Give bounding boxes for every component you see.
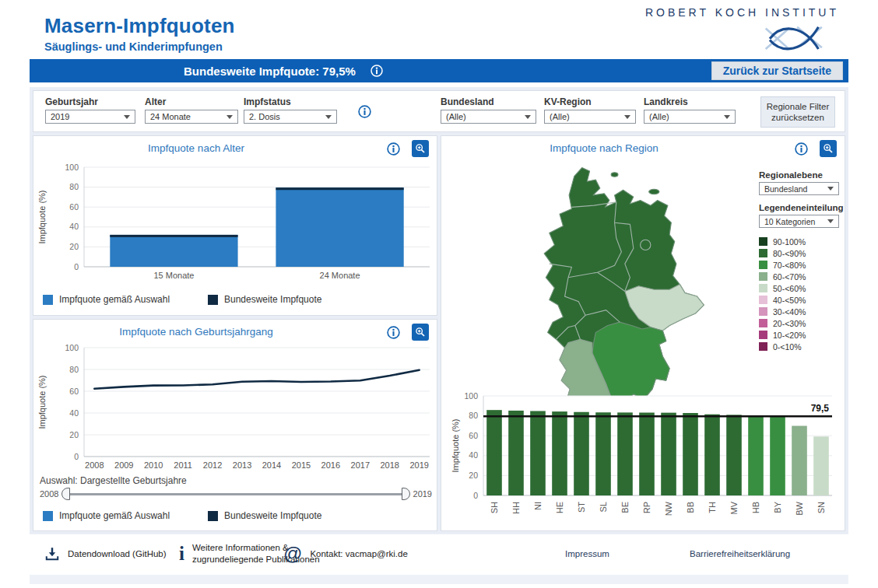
chevron-down-icon xyxy=(724,115,730,119)
legend-swatch-national xyxy=(208,511,218,521)
map-legend-swatch xyxy=(759,249,767,257)
legend-swatch-selection xyxy=(43,295,53,305)
svg-text:2010: 2010 xyxy=(144,460,163,470)
at-icon: @ xyxy=(283,543,302,565)
svg-text:15 Monate: 15 Monate xyxy=(153,271,194,280)
filter-landkreis-select[interactable]: (Alle) xyxy=(644,110,736,124)
filter-kv-region-select[interactable]: (Alle) xyxy=(544,110,636,124)
germany-map[interactable] xyxy=(463,163,732,396)
info-icon[interactable] xyxy=(386,142,401,156)
cohort-line-chart: 020406080100Impfquote (%)200820092010201… xyxy=(34,343,436,474)
filter-kv-region: KV-Region (Alle) xyxy=(544,96,636,124)
map-island xyxy=(649,189,659,194)
zoom-chart-button[interactable] xyxy=(412,140,429,157)
svg-text:HB: HB xyxy=(751,502,760,513)
svg-text:SH: SH xyxy=(490,502,499,513)
filter-geburtsjahr-select[interactable]: 2019 xyxy=(45,110,135,124)
chevron-down-icon xyxy=(124,115,130,119)
magnifier-plus-icon xyxy=(414,142,427,155)
age-bar-chart: 020406080100Impfquote (%)15 Monate24 Mon… xyxy=(34,161,436,287)
svg-text:100: 100 xyxy=(65,343,79,352)
svg-text:HH: HH xyxy=(511,502,521,514)
svg-text:BW: BW xyxy=(795,501,804,515)
map-legend-item: 10-<20% xyxy=(759,329,840,341)
map-legend-swatch xyxy=(759,284,767,292)
svg-text:SL: SL xyxy=(599,502,608,512)
map-legend-item: 30-<40% xyxy=(759,306,840,317)
svg-text:20: 20 xyxy=(69,430,79,439)
svg-text:2015: 2015 xyxy=(292,460,311,470)
filter-alter-select[interactable]: 24 Monate xyxy=(145,110,238,124)
svg-text:BB: BB xyxy=(686,502,695,513)
year-range-slider: 2008 2019 xyxy=(40,489,432,499)
slider-track[interactable] xyxy=(63,493,408,495)
filter-kv-region-value: (Alle) xyxy=(550,112,570,121)
map-legend-item: 90-100% xyxy=(759,236,840,247)
filter-alter-label: Alter xyxy=(145,96,238,107)
svg-text:Impfquote (%): Impfquote (%) xyxy=(451,418,460,472)
zoom-chart-button[interactable] xyxy=(412,324,429,341)
filter-impfstatus-select[interactable]: 2. Dosis xyxy=(244,110,337,124)
reset-regional-filters-button[interactable]: Regionale Filter zurücksetzen xyxy=(760,96,835,128)
magnifier-plus-icon xyxy=(414,326,427,338)
legendeneinteilung-value: 10 Kategorien xyxy=(764,217,815,226)
page-title: Masern-Impfquoten xyxy=(44,14,235,38)
bottom-strip xyxy=(30,575,848,584)
svg-text:TH: TH xyxy=(708,502,717,513)
map-legend-swatch xyxy=(759,331,767,339)
info-icon[interactable] xyxy=(370,64,384,78)
legend-item-selection: Impfquote gemäß Auswahl xyxy=(43,510,170,521)
map-island xyxy=(611,173,618,177)
chevron-down-icon xyxy=(827,219,834,223)
info-icon[interactable] xyxy=(794,142,809,156)
map-legend-item: 80-<90% xyxy=(759,247,840,259)
slider-handle-left[interactable] xyxy=(61,488,70,500)
filter-info-icon[interactable] xyxy=(357,104,372,119)
map-legend-swatch xyxy=(759,296,767,304)
region-bar-chart: 020406080100Impfquote (%)SHHHNIHESTSLBER… xyxy=(448,390,841,528)
slider-handle-right[interactable] xyxy=(402,488,410,500)
filter-bundesland-label: Bundesland xyxy=(441,96,536,107)
app-title-block: Masern-Impfquoten Säuglings- und Kinderi… xyxy=(44,14,235,53)
svg-text:BE: BE xyxy=(620,502,630,513)
footer-contact[interactable]: @ Kontakt: vacmap@rki.de xyxy=(283,534,408,573)
back-to-start-button[interactable]: Zurück zur Startseite xyxy=(711,61,843,80)
info-icon: i xyxy=(179,543,184,565)
svg-text:2017: 2017 xyxy=(351,460,370,470)
filter-bundesland-value: (Alle) xyxy=(446,112,466,121)
svg-text:2011: 2011 xyxy=(174,460,192,470)
legend-item-national: Bundesweite Impfquote xyxy=(208,510,321,521)
svg-text:100: 100 xyxy=(464,391,478,401)
map-legend-label: 10-<20% xyxy=(773,331,806,340)
chevron-down-icon xyxy=(227,115,233,119)
zoom-chart-button[interactable] xyxy=(820,140,837,157)
slider-label: Auswahl: Dargestellte Geburtsjahre xyxy=(40,475,187,486)
map-legend-swatch xyxy=(759,342,767,351)
legend-swatch-selection xyxy=(43,511,53,521)
legend-label-selection: Impfquote gemäß Auswahl xyxy=(59,510,170,521)
national-rate-bar: Bundesweite Impfquote: 79,5% Zurück zur … xyxy=(30,59,848,82)
map-legend-label: 60-<70% xyxy=(773,272,806,282)
svg-text:24 Monate: 24 Monate xyxy=(320,271,360,280)
svg-text:Impfquote (%): Impfquote (%) xyxy=(37,190,47,243)
info-icon[interactable] xyxy=(386,325,401,340)
map-legend-swatch xyxy=(759,261,767,269)
footer-accessibility-link[interactable]: Barrierefreiheitserklärung xyxy=(690,534,790,573)
cohort-chart-title: Impfquote nach Geburtsjahrgang xyxy=(33,326,359,338)
map-legend-item: 70-<80% xyxy=(759,259,840,271)
svg-text:40: 40 xyxy=(469,450,478,460)
footer-download[interactable]: Datendownload (GitHub) xyxy=(44,534,167,573)
legend-label-selection: Impfquote gemäß Auswahl xyxy=(59,294,170,305)
svg-text:20: 20 xyxy=(69,242,79,251)
page-subtitle: Säuglings- und Kinderimpfungen xyxy=(44,40,235,53)
map-legend-swatch xyxy=(759,319,767,327)
svg-text:40: 40 xyxy=(69,408,79,418)
regionalebene-select[interactable]: Bundesland xyxy=(759,182,839,195)
footer-impressum-link[interactable]: Impressum xyxy=(565,534,609,573)
map-legend-label: 50-<60% xyxy=(773,284,806,293)
age-chart-title: Impfquote nach Alter xyxy=(33,142,359,154)
footer-contact-label: Kontakt: vacmap@rki.de xyxy=(310,548,407,560)
legendeneinteilung-select[interactable]: 10 Kategorien xyxy=(759,215,839,228)
download-icon xyxy=(44,546,60,562)
filter-bundesland-select[interactable]: (Alle) xyxy=(441,110,536,124)
